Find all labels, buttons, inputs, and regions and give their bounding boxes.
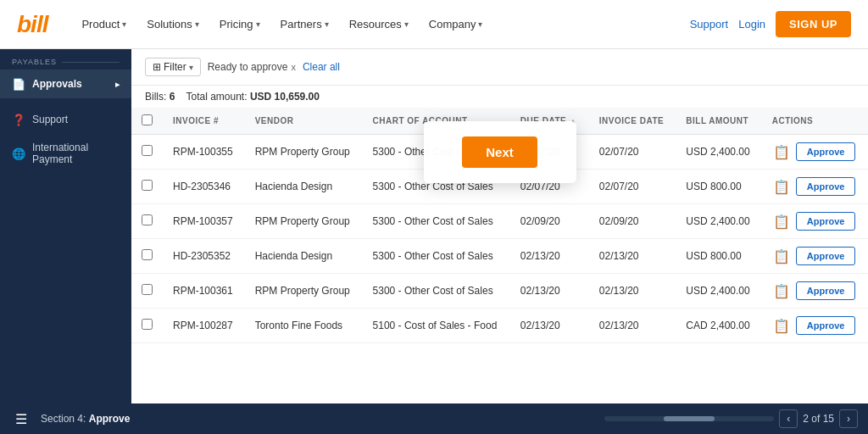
sidebar-item-approvals[interactable]: 📄 Approvals ▸ xyxy=(0,70,131,98)
vendor-name: Hacienda Design xyxy=(245,239,363,274)
content-area: ⊞ Filter ▾ Ready to approve x Clear all … xyxy=(131,49,868,403)
logo: bill xyxy=(17,11,47,38)
nav-right: Support Login SIGN UP xyxy=(690,11,851,37)
arrow-right-icon: ▸ xyxy=(115,80,120,89)
sidebar: PAYABLES 📄 Approvals ▸ ❓ Support 🌐 Inter… xyxy=(0,49,131,403)
filter-button[interactable]: ⊞ Filter ▾ xyxy=(145,58,201,76)
bills-count: 6 xyxy=(170,91,175,103)
filter-tag-close[interactable]: x xyxy=(291,62,296,72)
due-date: 02/13/20 xyxy=(510,239,589,274)
invoice-number: RPM-100357 xyxy=(163,204,245,239)
scrollbar-thumb xyxy=(664,416,715,421)
filter-chevron-icon: ▾ xyxy=(189,63,193,72)
approve-button[interactable]: Approve xyxy=(796,212,856,231)
bill-amount: USD 800.00 xyxy=(676,170,761,204)
next-popup: Next xyxy=(424,121,576,183)
col-actions: ACTIONS xyxy=(762,108,868,135)
prev-page-button[interactable]: ‹ xyxy=(779,409,798,428)
row-checkbox[interactable] xyxy=(142,180,153,191)
nav-item-resources[interactable]: Resources ▾ xyxy=(341,13,417,36)
invoice-date: 02/07/20 xyxy=(589,135,676,170)
table-row: HD-2305352 Hacienda Design 5300 - Other … xyxy=(131,239,868,274)
col-vendor: VENDOR xyxy=(245,108,363,135)
nav-item-pricing[interactable]: Pricing ▾ xyxy=(211,13,269,36)
col-amount: BILL AMOUNT xyxy=(676,108,761,135)
chevron-down-icon: ▾ xyxy=(404,19,409,29)
nav-item-company[interactable]: Company ▾ xyxy=(420,13,492,36)
invoice-number: HD-2305346 xyxy=(163,170,245,204)
nav-item-solutions[interactable]: Solutions ▾ xyxy=(138,13,207,36)
vendor-name: RPM Property Group xyxy=(245,135,363,170)
clear-all-link[interactable]: Clear all xyxy=(303,61,340,73)
pagination-info: 2 of 15 xyxy=(803,413,834,425)
next-page-button[interactable]: › xyxy=(839,409,858,428)
due-date: 02/13/20 xyxy=(510,274,589,309)
invoice-number: RPM-100287 xyxy=(163,309,245,343)
filter-tag-ready-to-approve: Ready to approve x xyxy=(208,61,296,73)
row-checkbox[interactable] xyxy=(142,214,153,225)
document-view-icon[interactable]: 📋 xyxy=(772,247,791,265)
signup-button[interactable]: SIGN UP xyxy=(776,11,851,37)
summary-row: Bills: 6 Total amount: USD 10,659.00 xyxy=(131,86,868,108)
select-all-checkbox[interactable] xyxy=(142,114,153,125)
col-invoice-date: INVOICE DATE xyxy=(589,108,676,135)
bill-amount: USD 2,400.00 xyxy=(676,135,761,170)
total-label: Total amount: xyxy=(186,91,248,103)
row-checkbox[interactable] xyxy=(142,319,153,330)
total-amount: USD 10,659.00 xyxy=(250,91,320,103)
nav-item-partners[interactable]: Partners ▾ xyxy=(272,13,337,36)
section-name: Approve xyxy=(89,413,131,425)
next-button[interactable]: Next xyxy=(462,136,537,168)
invoice-number: RPM-100361 xyxy=(163,274,245,309)
bills-label: Bills: xyxy=(145,91,166,103)
sidebar-section-payables: PAYABLES xyxy=(0,49,131,70)
login-link[interactable]: Login xyxy=(738,18,765,31)
nav-item-product[interactable]: Product ▾ xyxy=(73,13,135,36)
row-checkbox[interactable] xyxy=(142,284,153,295)
approve-button[interactable]: Approve xyxy=(796,177,856,196)
hamburger-button[interactable]: ☰ xyxy=(10,411,32,427)
approve-button[interactable]: Approve xyxy=(796,247,856,265)
col-invoice: INVOICE # xyxy=(163,108,245,135)
document-view-icon[interactable]: 📋 xyxy=(772,316,791,335)
bill-amount: USD 2,400.00 xyxy=(676,274,761,309)
approve-button[interactable]: Approve xyxy=(796,281,856,300)
due-date: 02/09/20 xyxy=(510,204,589,239)
row-checkbox-cell xyxy=(131,204,163,239)
vendor-name: Toronto Fine Foods xyxy=(245,309,363,343)
document-view-icon[interactable]: 📋 xyxy=(772,212,791,231)
due-date: 02/13/20 xyxy=(510,309,589,343)
document-view-icon[interactable]: 📋 xyxy=(772,177,791,196)
invoice-date: 02/13/20 xyxy=(589,274,676,309)
filter-icon: ⊞ xyxy=(153,61,161,73)
vendor-name: Hacienda Design xyxy=(245,170,363,204)
chevron-down-icon: ▾ xyxy=(195,19,199,29)
row-checkbox-cell xyxy=(131,135,163,170)
chevron-down-icon: ▾ xyxy=(122,19,126,29)
chart-of-account: 5300 - Other Cost of Sales xyxy=(363,274,510,309)
sidebar-item-international-payment[interactable]: 🌐 International Payment xyxy=(0,134,131,173)
row-checkbox[interactable] xyxy=(142,249,153,260)
row-checkbox[interactable] xyxy=(142,145,153,156)
approve-button[interactable]: Approve xyxy=(796,142,856,161)
filter-bar: ⊞ Filter ▾ Ready to approve x Clear all xyxy=(131,49,868,86)
actions-cell: 📋 Approve xyxy=(762,239,868,274)
chevron-down-icon: ▾ xyxy=(478,19,482,29)
sidebar-item-support[interactable]: ❓ Support xyxy=(0,105,131,134)
vendor-name: RPM Property Group xyxy=(245,204,363,239)
actions-cell: 📋 Approve xyxy=(762,309,868,343)
chart-of-account: 5100 - Cost of Sales - Food xyxy=(363,309,510,343)
row-checkbox-cell xyxy=(131,239,163,274)
document-view-icon[interactable]: 📋 xyxy=(772,142,791,161)
row-checkbox-cell xyxy=(131,309,163,343)
table-row: RPM-100287 Toronto Fine Foods 5100 - Cos… xyxy=(131,309,868,343)
globe-icon: 🌐 xyxy=(12,147,25,160)
invoice-date: 02/09/20 xyxy=(589,204,676,239)
approve-button[interactable]: Approve xyxy=(796,316,856,335)
support-link[interactable]: Support xyxy=(690,18,729,31)
actions-cell: 📋 Approve xyxy=(762,170,868,204)
chart-of-account: 5300 - Other Cost of Sales xyxy=(363,239,510,274)
vendor-name: RPM Property Group xyxy=(245,274,363,309)
document-view-icon[interactable]: 📋 xyxy=(772,281,791,300)
pagination-bar: ‹ 2 of 15 › xyxy=(453,409,858,428)
